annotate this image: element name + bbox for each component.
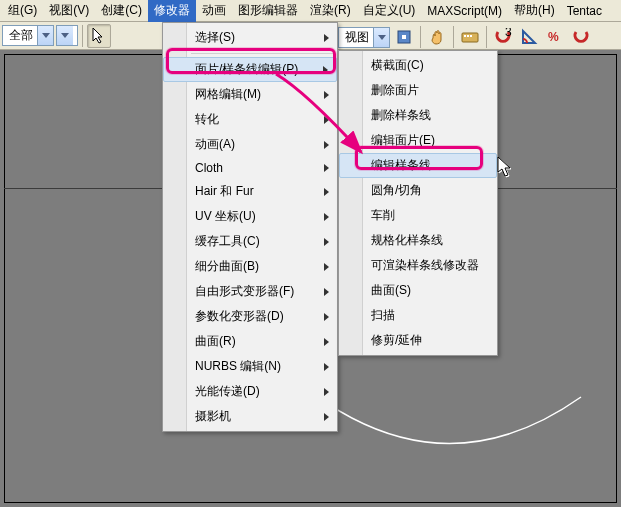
submenu-arrow-icon <box>323 66 328 74</box>
submenu-item[interactable]: 删除样条线 <box>339 103 497 128</box>
menu-item-label: 可渲染样条线修改器 <box>371 257 479 274</box>
menu-item-label: 面片/样条线编辑(P) <box>195 61 298 78</box>
modifier-menu-item[interactable]: 动画(A) <box>163 132 337 157</box>
submenu-arrow-icon <box>324 363 329 371</box>
submenu-item[interactable]: 扫描 <box>339 303 497 328</box>
submenu-item[interactable]: 规格化样条线 <box>339 228 497 253</box>
submenu-arrow-icon <box>324 338 329 346</box>
magnet-icon <box>572 28 590 46</box>
chevron-down-icon <box>373 28 389 47</box>
menu-item-label: 转化 <box>195 111 219 128</box>
toolbar-separator <box>82 25 83 47</box>
menu-item-label: Cloth <box>195 161 223 175</box>
modifier-menu-item[interactable]: 摄影机 <box>163 404 337 429</box>
menu-customize[interactable]: 自定义(U) <box>357 0 422 22</box>
submenu-arrow-icon <box>324 413 329 421</box>
submenu-item[interactable]: 曲面(S) <box>339 278 497 303</box>
menu-modifiers[interactable]: 修改器 <box>148 0 196 22</box>
selection-filter-combo[interactable]: 全部 <box>2 25 54 46</box>
menu-view[interactable]: 视图(V) <box>43 0 95 22</box>
menu-item-label: 编辑面片(E) <box>371 132 435 149</box>
svg-rect-3 <box>464 35 466 37</box>
menu-maxscript[interactable]: MAXScript(M) <box>421 1 508 21</box>
keyboard-shortcut-toggle[interactable] <box>458 25 482 49</box>
menu-item-label: 缓存工具(C) <box>195 233 260 250</box>
named-selection-combo[interactable] <box>56 25 78 46</box>
modifier-menu-item[interactable]: 选择(S) <box>163 25 337 50</box>
modifier-menu-item[interactable]: NURBS 编辑(N) <box>163 354 337 379</box>
svg-rect-4 <box>467 35 469 37</box>
menu-grapheditors[interactable]: 图形编辑器 <box>232 0 304 22</box>
menu-item-label: 圆角/切角 <box>371 182 422 199</box>
toolbar-separator <box>420 26 421 48</box>
submenu-arrow-icon <box>324 213 329 221</box>
menu-item-label: 扫描 <box>371 307 395 324</box>
menu-group[interactable]: 组(G) <box>2 0 43 22</box>
svg-rect-5 <box>470 35 472 37</box>
modifier-menu-item[interactable]: 网格编辑(M) <box>163 82 337 107</box>
menu-item-label: 删除样条线 <box>371 107 431 124</box>
modifier-menu-item[interactable]: 缓存工具(C) <box>163 229 337 254</box>
menu-item-label: 参数化变形器(D) <box>195 308 284 325</box>
menu-tentacles[interactable]: Tentac <box>561 1 608 21</box>
submenu-arrow-icon <box>324 164 329 172</box>
modifier-menu-item[interactable]: Cloth <box>163 157 337 179</box>
chevron-down-icon <box>57 26 73 45</box>
toolbar-separator <box>453 26 454 48</box>
menu-animation[interactable]: 动画 <box>196 0 232 22</box>
submenu-arrow-icon <box>324 141 329 149</box>
menu-item-label: 网格编辑(M) <box>195 86 261 103</box>
use-center-button[interactable] <box>392 25 416 49</box>
submenu-arrow-icon <box>324 288 329 296</box>
modifier-menu-item[interactable]: Hair 和 Fur <box>163 179 337 204</box>
menu-create[interactable]: 创建(C) <box>95 0 148 22</box>
menu-help[interactable]: 帮助(H) <box>508 0 561 22</box>
submenu-arrow-icon <box>324 313 329 321</box>
menu-item-label: 规格化样条线 <box>371 232 443 249</box>
submenu-arrow-icon <box>324 263 329 271</box>
percent-snap-toggle[interactable]: % <box>543 25 567 49</box>
svg-rect-2 <box>462 33 478 42</box>
select-manipulate-button[interactable] <box>425 25 449 49</box>
submenu-arrow-icon <box>324 238 329 246</box>
submenu-item[interactable]: 编辑面片(E) <box>339 128 497 153</box>
menu-item-label: 横截面(C) <box>371 57 424 74</box>
spinner-snap-toggle[interactable] <box>569 25 593 49</box>
menu-item-label: 光能传递(D) <box>195 383 260 400</box>
menu-item-label: 曲面(S) <box>371 282 411 299</box>
cursor-arrow-icon <box>92 28 106 44</box>
toolbar-separator <box>486 26 487 48</box>
keyboard-icon <box>461 30 479 44</box>
modifier-menu-item[interactable]: UV 坐标(U) <box>163 204 337 229</box>
modifier-menu-item[interactable]: 曲面(R) <box>163 329 337 354</box>
menu-item-label: 选择(S) <box>195 29 235 46</box>
snap-toggle[interactable]: 3 <box>491 25 515 49</box>
select-object-button[interactable] <box>87 24 111 48</box>
menubar: 组(G) 视图(V) 创建(C) 修改器 动画 图形编辑器 渲染(R) 自定义(… <box>0 0 621 22</box>
submenu-item[interactable]: 删除面片 <box>339 78 497 103</box>
angle-snap-toggle[interactable] <box>517 25 541 49</box>
percent-snap-icon: % <box>546 28 564 46</box>
submenu-item[interactable]: 横截面(C) <box>339 53 497 78</box>
submenu-arrow-icon <box>324 34 329 42</box>
reference-coord-combo[interactable]: 视图 <box>338 27 390 48</box>
svg-rect-1 <box>402 35 406 39</box>
menu-item-label: 编辑样条线 <box>371 157 431 174</box>
submenu-item[interactable]: 编辑样条线 <box>339 153 497 178</box>
modifier-menu-item[interactable]: 面片/样条线编辑(P) <box>163 57 337 82</box>
menu-rendering[interactable]: 渲染(R) <box>304 0 357 22</box>
modifier-menu-item[interactable]: 参数化变形器(D) <box>163 304 337 329</box>
modifier-menu-item[interactable]: 转化 <box>163 107 337 132</box>
modifier-menu-item[interactable]: 自由形式变形器(F) <box>163 279 337 304</box>
submenu-item[interactable]: 修剪/延伸 <box>339 328 497 353</box>
submenu-item[interactable]: 圆角/切角 <box>339 178 497 203</box>
modifier-menu-item[interactable]: 细分曲面(B) <box>163 254 337 279</box>
angle-snap-icon <box>520 28 538 46</box>
pivot-icon <box>396 29 412 45</box>
submenu-item[interactable]: 车削 <box>339 203 497 228</box>
submenu-arrow-icon <box>324 116 329 124</box>
modifier-menu-item[interactable]: 光能传递(D) <box>163 379 337 404</box>
menu-item-label: 曲面(R) <box>195 333 236 350</box>
modifiers-menu-popup: 选择(S)面片/样条线编辑(P)网格编辑(M)转化动画(A)ClothHair … <box>162 22 338 432</box>
submenu-item[interactable]: 可渲染样条线修改器 <box>339 253 497 278</box>
